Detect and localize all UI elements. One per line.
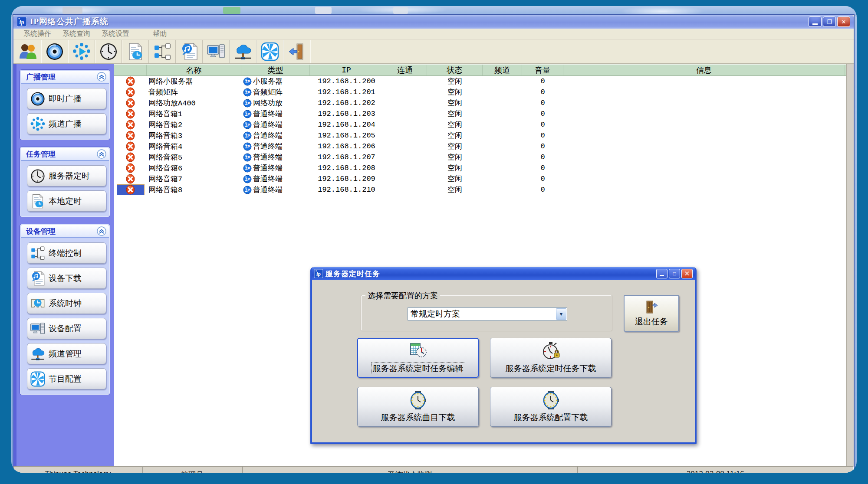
table-row[interactable]: 网络音箱4 IP普通终端 192.168.1.206 空闲 0 [114,141,846,152]
chevron-down-icon[interactable]: ▼ [556,308,566,320]
restore-button[interactable]: ❐ [823,16,836,27]
column-header[interactable]: 名称 [147,65,241,75]
exit-toolbar-button[interactable] [283,40,310,63]
sidebar-item-1-1[interactable]: 即时广播 [27,88,106,109]
cell-channel [483,163,522,173]
device-download-toolbar-button[interactable] [176,40,203,63]
cell-channel [483,173,522,184]
sidebar-item-3-6[interactable]: 节目配置 [27,368,106,389]
dialog-action-button-2[interactable]: 服务器系统定时任务下载 [490,338,612,378]
chevron-double-up-icon[interactable] [97,72,106,82]
column-header[interactable]: 频道 [483,65,522,75]
restore-icon: ❐ [827,19,832,25]
menu-item-1[interactable]: 系统操作 [18,29,57,39]
cell-ip: 192.168.1.206 [310,141,383,152]
channel-broadcast-toolbar-button[interactable] [68,40,95,63]
cell-ip: 192.168.1.205 [310,130,383,141]
program-config-toolbar-button[interactable] [256,40,283,63]
column-header[interactable] [114,65,147,75]
column-header[interactable]: 连通 [383,65,427,75]
sidebar-item-3-4[interactable]: 设备配置 [27,318,106,339]
dialog-action-button-4[interactable]: 服务器系统配置下载 [490,387,612,427]
title-bar[interactable]: ip IP网络公共广播系统 ❐ ✕ [13,15,854,29]
cell-info [563,119,845,130]
column-header[interactable]: 状态 [427,65,483,75]
cell-status: 空闲 [427,173,483,184]
column-header[interactable]: IP [310,65,383,75]
calendar-clock-icon [408,341,428,361]
sidebar-item-2-2[interactable]: 本地定时 [27,190,106,212]
table-row[interactable]: 网络音箱7 IP普通终端 192.168.1.209 空闲 0 [114,173,846,184]
cell-type: IP音频矩阵 [241,87,310,98]
column-header[interactable]: 音量 [522,65,563,75]
dialog-maximize-button[interactable]: □ [669,269,680,278]
cell-type: IP普通终端 [241,108,310,119]
cell-channel [483,184,522,195]
dialog-minimize-button[interactable] [656,269,667,278]
sidebar-item-3-2[interactable]: 设备下载 [27,268,106,289]
sidebar-section-header: 广播管理 [21,71,109,84]
main-area: 名称类型IP连通状态频道音量信息 网络小服务器 IP小服务器 192.168.1… [114,64,854,466]
table-row[interactable]: 网络音箱6 IP普通终端 192.168.1.208 空闲 0 [114,163,846,173]
cell-ip: 192.168.1.203 [310,108,383,119]
dialog-action-button-1[interactable]: 服务器系统定时任务编辑 [357,338,479,378]
cell-info [563,108,845,119]
clock-toolbar-button[interactable] [95,40,122,63]
menu-item-4[interactable]: 帮助 [147,29,172,39]
sidebar-item-1-2[interactable]: 频道广播 [27,113,106,134]
sidebar-item-2-1[interactable]: 服务器定时 [27,165,106,186]
ip-device-icon: IP [243,164,252,173]
channel-manage-icon [233,42,253,61]
cell-volume: 0 [522,173,563,184]
close-button[interactable]: ✕ [837,16,850,27]
sidebar-section-title: 任务管理 [26,149,56,159]
dialog-title-bar[interactable]: ip 服务器定时任务 □ ✕ [312,267,695,280]
chevron-double-up-icon[interactable] [97,226,106,236]
desktop-icon [62,7,82,14]
desktop-icon [315,7,332,14]
status-cell-3: 系统状态监测 [242,466,577,473]
status-cell-2: 管理员 [142,466,243,473]
table-row[interactable]: 网络音箱1 IP普通终端 192.168.1.203 空闲 0 [114,108,846,119]
cell-status: 空闲 [427,98,483,108]
table-row[interactable]: 网络功放A400 IP网络功放 192.168.1.202 空闲 0 [114,98,846,108]
sidebar-item-3-1[interactable]: 终端控制 [27,242,106,264]
cell-link [383,108,427,119]
exit-task-button[interactable]: 退出任务 [624,295,679,332]
table-row[interactable]: 网络音箱5 IP普通终端 192.168.1.207 空闲 0 [114,152,846,163]
table-row[interactable]: 网络小服务器 IP小服务器 192.168.1.200 空闲 0 [114,76,846,87]
cell-ip: 192.168.1.200 [310,76,383,87]
channel-manage-toolbar-button[interactable] [230,40,256,63]
server-timer-dialog: ip 服务器定时任务 □ ✕ 选择需要配置的方案 常规定时方案 [310,267,697,444]
scheme-combobox[interactable]: 常规定时方案 ▼ [408,307,567,320]
channel-broadcast-icon [72,42,91,61]
cell-info [563,87,845,98]
sidebar-item-3-3[interactable]: 系统时钟 [27,293,106,314]
table-row[interactable]: 网络音箱8 IP普通终端 192.168.1.210 空闲 0 [114,184,846,195]
column-header[interactable]: 信息 [563,65,845,75]
table-row[interactable]: 音频矩阵 IP音频矩阵 192.168.1.201 空闲 0 [114,87,846,98]
minimize-button[interactable] [809,16,822,27]
terminal-control-icon [30,245,46,261]
device-config-toolbar-button[interactable] [203,40,230,63]
dialog-action-button-3[interactable]: 服务器系统曲目下载 [357,387,479,427]
menu-item-3[interactable]: 系统设置 [96,29,135,39]
dialog-close-button[interactable]: ✕ [681,269,693,278]
svg-text:IP: IP [245,112,250,117]
users-toolbar-button[interactable] [14,40,41,63]
column-header[interactable]: 类型 [241,65,310,75]
table-row[interactable]: 网络音箱2 IP普通终端 192.168.1.204 空闲 0 [114,119,846,130]
terminal-control-toolbar-button[interactable] [149,40,176,63]
chevron-double-up-icon[interactable] [97,149,106,159]
svg-text:IP: IP [245,177,250,182]
speaker-toolbar-button[interactable] [41,40,68,63]
cell-name: 网络小服务器 [147,76,241,87]
menu-bar: 系统操作系统查询系统设置帮助 [13,29,854,40]
sidebar-item-3-5[interactable]: 频道管理 [27,343,106,364]
exit-door-icon [644,300,659,314]
cell-status: 空闲 [427,76,483,87]
cell-ip: 192.168.1.209 [310,173,383,184]
menu-item-2[interactable]: 系统查询 [57,29,96,39]
local-timer-toolbar-button[interactable] [122,40,149,63]
table-row[interactable]: 网络音箱3 IP普通终端 192.168.1.205 空闲 0 [114,130,846,141]
